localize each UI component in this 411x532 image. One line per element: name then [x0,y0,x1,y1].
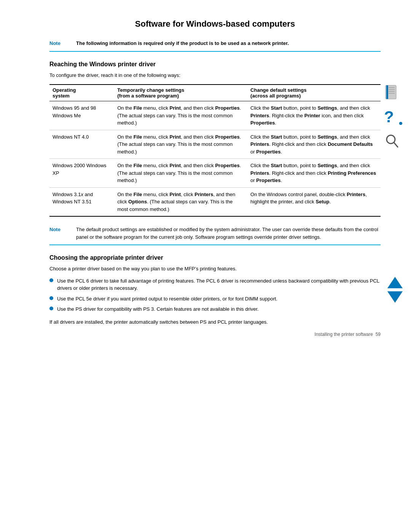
table-cell-default-1: Click the Start button, point to Setting… [247,101,381,130]
note-block-1: Note The following information is requir… [49,40,381,52]
bullet-dot [49,278,53,282]
section1-intro: To configure the driver, reach it in one… [49,72,381,79]
note-block-2: Note The default product settings are es… [49,226,381,245]
svg-point-7 [399,122,402,125]
table-row: Windows 2000 Windows XP On the File menu… [49,159,381,188]
footer-page: 59 [376,332,381,337]
table-cell-default-4: On the Windows control panel, double-cli… [247,187,381,216]
bullet-list: Use the PCL 6 driver to take full advant… [49,277,381,313]
closing-text: If all drivers are installed, the printe… [49,318,381,326]
footer: Installing the printer software 59 [315,332,381,337]
section2: Choosing the appropriate printer driver … [49,254,381,326]
page-title: Software for Windows-based computers [49,19,381,29]
table-cell-temp-2: On the File menu, click Print, and then … [114,130,247,159]
bullet-text-1: Use the PCL 6 driver to take full advant… [57,277,381,292]
book-svg [383,84,400,101]
table-cell-os-1: Windows 95 and 98 Windows Me [49,101,114,130]
svg-line-9 [394,142,398,147]
table-cell-temp-3: On the File menu, click Print, and then … [114,159,247,188]
magnify-icon [385,133,398,151]
note-label-2: Note [49,226,76,232]
driver-table: Operatingsystem Temporarily change setti… [49,84,381,217]
bullet-text-2: Use the PCL 5e driver if you want printe… [57,295,277,303]
table-cell-default-2: Click the Start button, point to Setting… [247,130,381,159]
table-cell-os-3: Windows 2000 Windows XP [49,159,114,188]
svg-rect-1 [386,85,388,99]
table-cell-os-2: Windows NT 4.0 [49,130,114,159]
book-icon [383,84,400,102]
question-icon: ? [381,109,403,126]
table-cell-os-4: Windows 3.1x and Windows NT 3.51 [49,187,114,216]
bottom-nav-icons [387,277,403,303]
footer-text: Installing the printer software [315,332,373,337]
note-text-1: The following information is required on… [76,40,289,47]
table-row: Windows NT 4.0 On the File menu, click P… [49,130,381,159]
list-item: Use the PS driver for compatibility with… [49,305,381,313]
section1-title: Reaching the Windows printer driver [49,61,381,68]
question-svg: ? [381,109,397,125]
magnify-svg [385,133,398,150]
right-icons: ? [381,84,403,151]
table-header-temp: Temporarily change settings(from a softw… [114,85,247,101]
table-header-os: Operatingsystem [49,85,114,101]
table-row: Windows 3.1x and Windows NT 3.51 On the … [49,187,381,216]
triangle-up-icon[interactable] [387,277,403,288]
note-label-1: Note [49,40,76,46]
list-item: Use the PCL 5e driver if you want printe… [49,295,381,303]
note-text-2: The default product settings are establi… [76,226,381,241]
question-dot-svg [399,121,403,125]
table-cell-temp-4: On the File menu, click Print, click Pri… [114,187,247,216]
svg-text:?: ? [384,109,394,125]
triangle-down-icon[interactable] [387,291,403,303]
table-row: Windows 95 and 98 Windows Me On the File… [49,101,381,130]
section2-title: Choosing the appropriate printer driver [49,254,381,261]
table-cell-temp-1: On the File menu, click Print, and then … [114,101,247,130]
bullet-dot [49,296,53,300]
bullet-dot [49,307,53,310]
section2-intro: Choose a printer driver based on the way… [49,265,381,273]
table-header-default: Change default settings(across all progr… [247,85,381,101]
bullet-text-3: Use the PS driver for compatibility with… [57,305,259,313]
table-cell-default-3: Click the Start button, point to Setting… [247,159,381,188]
list-item: Use the PCL 6 driver to take full advant… [49,277,381,292]
page-container: Software for Windows-based computers Not… [0,0,411,348]
